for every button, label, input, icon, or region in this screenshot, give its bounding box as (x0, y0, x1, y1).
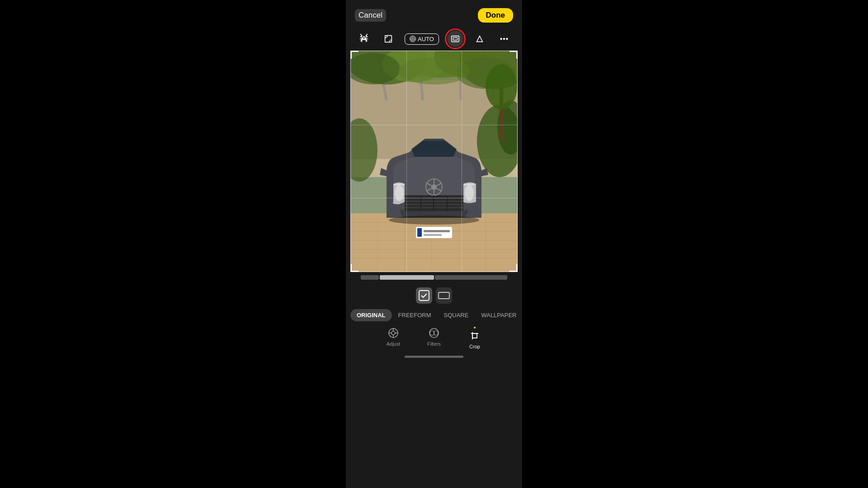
flip-horizontal-icon[interactable] (356, 31, 372, 47)
rotate-up-icon[interactable] (472, 31, 488, 47)
svg-rect-63 (439, 292, 449, 299)
crop-corner-br[interactable] (509, 264, 518, 272)
thumb-item[interactable] (361, 275, 379, 280)
filters-label: Filters (427, 341, 441, 347)
auto-button[interactable]: AUTO (405, 33, 439, 45)
thumb-item-right[interactable] (435, 275, 507, 280)
preset-square[interactable]: SQUARE (438, 309, 475, 321)
grid-line-v1 (406, 51, 407, 272)
ratio-thumb-landscape[interactable] (436, 287, 452, 304)
adjust-icon (387, 327, 400, 339)
crop-corner-tl[interactable] (350, 51, 359, 59)
crop-corner-tr[interactable] (509, 51, 518, 59)
more-options-icon[interactable] (496, 31, 512, 47)
aspect-ratio-button[interactable] (447, 31, 463, 47)
filters-icon (428, 327, 440, 339)
toolbar: AUTO (346, 27, 522, 51)
svg-rect-73 (472, 333, 477, 338)
filmstrip (346, 274, 522, 281)
done-button[interactable]: Done (478, 8, 514, 23)
preset-wallpaper[interactable]: WALLPAPER (475, 309, 522, 321)
svg-point-7 (504, 38, 505, 40)
phone-container: Cancel Done (346, 0, 522, 488)
top-bar: Cancel Done (346, 0, 522, 27)
svg-point-70 (429, 328, 439, 338)
svg-rect-1 (385, 36, 392, 42)
crop-box-icon[interactable] (380, 31, 396, 47)
crop-icon (468, 329, 481, 342)
svg-rect-5 (453, 38, 457, 40)
tab-adjust[interactable]: Adjust (380, 327, 407, 347)
tab-filters[interactable]: Filters (420, 327, 448, 347)
grid-line-h2 (351, 198, 517, 198)
home-indicator (405, 356, 463, 358)
photo-area (350, 51, 518, 272)
preset-freeform[interactable]: FREEFORM (392, 309, 438, 321)
thumb-item-active[interactable] (380, 275, 434, 280)
adjust-label: Adjust (387, 341, 401, 347)
svg-point-6 (500, 38, 502, 40)
bottom-tabs: Adjust Filters (346, 322, 522, 353)
crop-tab-dot (474, 327, 476, 328)
ratio-options (346, 281, 522, 308)
svg-rect-62 (419, 291, 429, 300)
svg-point-8 (506, 38, 508, 40)
auto-label: AUTO (418, 36, 434, 42)
grid-line-v2 (462, 51, 462, 272)
crop-corner-bl[interactable] (350, 264, 359, 272)
svg-rect-4 (452, 36, 459, 42)
tab-crop[interactable]: Crop (461, 327, 488, 349)
cancel-button[interactable]: Cancel (355, 9, 386, 22)
grid-line-h1 (351, 125, 517, 125)
crop-border (350, 51, 518, 272)
preset-original[interactable]: ORIGINAL (350, 309, 392, 321)
ratio-thumb-checkmark[interactable] (416, 287, 432, 304)
crop-label: Crop (469, 344, 480, 349)
auto-icon (410, 36, 416, 42)
crop-presets-bar: ORIGINAL FREEFORM SQUARE WALLPAPER 9: (346, 308, 522, 322)
svg-point-3 (412, 38, 414, 40)
svg-point-65 (392, 331, 395, 335)
